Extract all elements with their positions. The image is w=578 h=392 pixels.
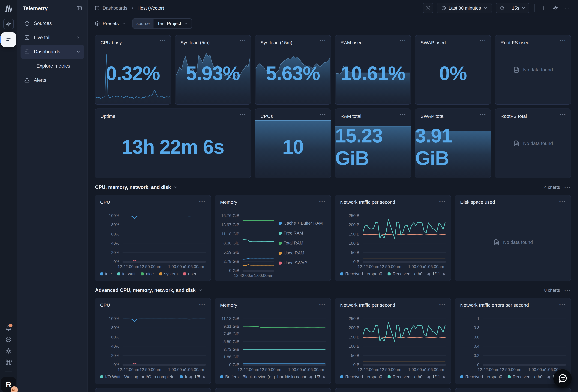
legend-next-button[interactable]: ▶ — [443, 272, 446, 276]
legend-label: nice — [146, 272, 154, 276]
legend-item[interactable]: Buffers - Block device (e.g. harddisk) c… — [220, 375, 307, 379]
card-menu-button[interactable]: ••• — [400, 113, 406, 116]
legend-item[interactable]: Received - erspan0 — [340, 375, 382, 379]
card-menu-button[interactable]: ••• — [240, 39, 246, 43]
legend-item[interactable]: Received - eth0 — [387, 375, 423, 379]
card-menu-button[interactable]: ••• — [559, 302, 566, 306]
notifications-button[interactable] — [5, 325, 12, 331]
legend-item[interactable]: system — [159, 272, 178, 276]
card-menu-button[interactable]: ••• — [199, 302, 206, 306]
stat-value: 15.23 GiB — [335, 109, 411, 178]
stat-value: 10.61% — [335, 35, 411, 104]
x-tick-label: 12:42:00am — [117, 367, 139, 372]
legend-item[interactable]: io_wait — [117, 272, 136, 276]
quick-actions-button[interactable] — [551, 4, 559, 12]
breadcrumb-root[interactable]: Dashboards — [103, 5, 127, 11]
legend-swatch — [141, 272, 144, 275]
sidebar-item-live-tail[interactable]: Live tail — [21, 31, 84, 45]
active-rail-indicator — [0, 36, 1, 43]
y-tick-label: 150 B — [349, 335, 359, 340]
section-title-label: CPU, memory, network, and disk — [95, 185, 171, 190]
legend-prev-button[interactable]: ◀ — [309, 375, 312, 379]
card-menu-button[interactable]: ••• — [160, 39, 166, 43]
card-menu-button[interactable]: ••• — [560, 39, 566, 43]
card-menu-button[interactable]: ••• — [319, 302, 326, 306]
legend-item[interactable]: Idle — [180, 375, 187, 379]
card-menu-button[interactable]: ••• — [199, 199, 206, 203]
legend-swatch — [279, 262, 282, 265]
section-menu-button[interactable]: ••• — [564, 185, 571, 189]
refresh-button[interactable] — [496, 3, 508, 13]
legend-next-button[interactable]: ▶ — [323, 375, 326, 379]
presets-dropdown[interactable]: Presets — [95, 21, 126, 26]
no-data-icon — [513, 66, 520, 73]
feedback-button[interactable] — [5, 336, 12, 343]
section-title[interactable]: Advanced CPU, memory, network, and disk — [95, 288, 203, 293]
legend-prev-button[interactable]: ◀ — [189, 375, 192, 379]
sidebar-item-alerts[interactable]: Alerts — [21, 73, 84, 87]
more-options-button[interactable] — [563, 4, 571, 12]
card-menu-button[interactable]: ••• — [400, 39, 406, 43]
legend-item[interactable]: Received - erspan0 — [460, 375, 502, 379]
topbar-divider — [534, 4, 535, 12]
workspace-avatar[interactable]: R NF — [1, 377, 16, 392]
y-tick-label: 5.59 GiB — [223, 250, 240, 255]
add-chart-button[interactable] — [540, 4, 548, 12]
card-menu-button[interactable]: ••• — [320, 39, 326, 43]
section-header-advanced: Advanced CPU, memory, network, and disk … — [95, 287, 571, 294]
notification-badge — [9, 324, 12, 327]
legend-item[interactable]: Free RAM — [279, 231, 326, 236]
refresh-interval-dropdown[interactable]: 15s — [508, 3, 529, 13]
dashboard-content: CPU busy ••• 0.32% Sys load (5m) ••• 5.9… — [88, 31, 578, 392]
sidebar-item-sources[interactable]: Sources — [21, 16, 84, 30]
legend-item[interactable]: idle — [100, 272, 112, 276]
card-menu-button[interactable]: ••• — [320, 113, 326, 116]
card-menu-button[interactable]: ••• — [240, 113, 246, 116]
legend-item[interactable]: Received - eth0 — [508, 375, 542, 379]
legend-prev-button[interactable]: ◀ — [427, 272, 430, 276]
card-menu-button[interactable]: ••• — [559, 199, 566, 203]
section-menu-button[interactable]: ••• — [564, 288, 571, 292]
legend-item[interactable]: nice — [141, 272, 154, 276]
sidebar-item-dashboards[interactable]: Dashboards — [21, 45, 84, 59]
legend-item[interactable]: Used RAM — [279, 251, 326, 255]
support-chat-fab[interactable] — [553, 369, 572, 388]
live-tail-panel-button[interactable] — [423, 3, 433, 13]
stat-value: 13h 22m 6s — [95, 109, 251, 178]
card-menu-button[interactable]: ••• — [439, 302, 446, 306]
legend-prev-button[interactable]: ◀ — [547, 375, 550, 379]
card-menu-button[interactable]: ••• — [319, 199, 326, 203]
sidebar-collapse-button[interactable] — [76, 5, 82, 11]
legend-next-button[interactable]: ▶ — [443, 375, 446, 379]
legend-swatch — [159, 272, 162, 275]
legend-item[interactable]: Total RAM — [279, 241, 326, 245]
legend-item[interactable]: Received - erspan0 — [340, 272, 382, 276]
breadcrumb: Dashboards Host (Vector) — [95, 5, 164, 11]
theme-toggle-button[interactable] — [5, 348, 12, 354]
telemetry-app-rail-button[interactable] — [1, 32, 16, 47]
section-chart-count: 4 charts — [544, 185, 560, 190]
legend-swatch — [279, 232, 282, 235]
legend-label: system — [164, 272, 178, 276]
y-tick-label: 100% — [109, 316, 120, 321]
time-range-dropdown[interactable]: Last 30 minutes — [437, 3, 492, 13]
sidebar-nav: Sources Live tail Dashboards Explore met… — [17, 16, 88, 87]
legend-label: Free RAM — [284, 231, 303, 236]
section-title[interactable]: CPU, memory, network, and disk — [95, 185, 178, 190]
legend-next-button[interactable]: ▶ — [203, 375, 206, 379]
source-filter-value-dropdown[interactable]: Test Project — [153, 19, 192, 28]
card-menu-button[interactable]: ••• — [480, 39, 486, 43]
quickstart-rail-button[interactable] — [3, 19, 14, 29]
legend-item[interactable]: user — [183, 272, 196, 276]
sidebar-item-label: Live tail — [34, 35, 50, 41]
legend-item[interactable]: Received - eth0 — [387, 272, 423, 276]
legend-prev-button[interactable]: ◀ — [427, 375, 430, 379]
card-menu-button[interactable]: ••• — [439, 199, 446, 203]
card-menu-button[interactable]: ••• — [480, 113, 486, 116]
legend-item[interactable]: Used SWAP — [279, 261, 326, 265]
card-menu-button[interactable]: ••• — [560, 113, 566, 116]
legend-item[interactable]: I/O Wait - Waiting for I/O to complete — [100, 375, 175, 379]
sidebar-item-explore-metrics[interactable]: Explore metrics — [30, 59, 84, 73]
shortcuts-button[interactable] — [5, 359, 12, 365]
legend-item[interactable]: Cache + Buffer RAM — [279, 221, 326, 226]
